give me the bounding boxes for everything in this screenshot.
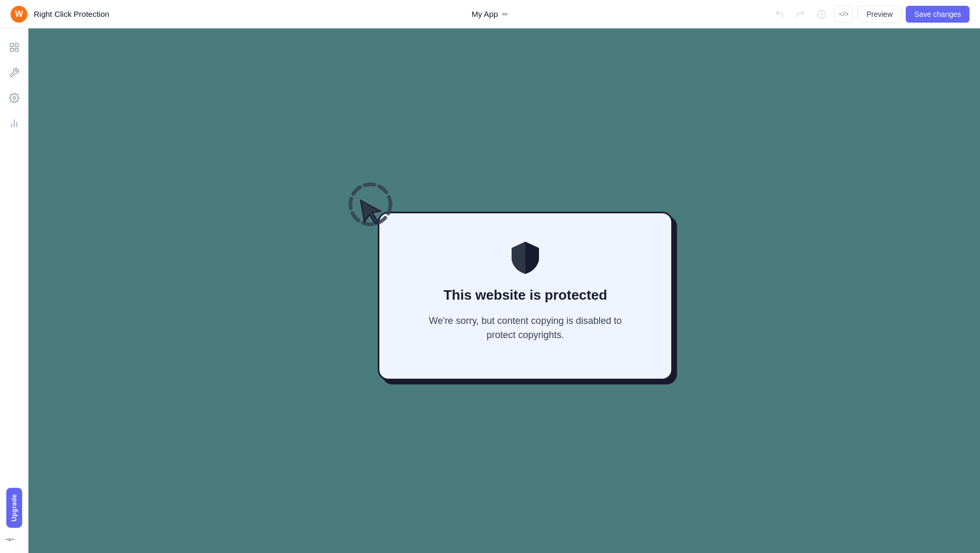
svg-rect-3 bbox=[10, 48, 13, 52]
cursor-arrow bbox=[358, 194, 391, 233]
sidebar-bottom: Upgrade ~≈~ bbox=[5, 488, 24, 545]
history-button[interactable] bbox=[813, 6, 830, 23]
svg-rect-4 bbox=[15, 48, 18, 52]
sidebar: Upgrade ~≈~ bbox=[0, 28, 28, 553]
app-logo: W bbox=[11, 6, 27, 23]
sidebar-item-settings[interactable] bbox=[4, 87, 25, 108]
undo-button[interactable] bbox=[771, 6, 788, 23]
redo-button[interactable] bbox=[792, 6, 809, 23]
preview-button[interactable]: Preview bbox=[857, 6, 901, 23]
sidebar-item-tools[interactable] bbox=[4, 62, 25, 83]
svg-text:~≈~: ~≈~ bbox=[5, 537, 14, 542]
app-title: Right Click Protection bbox=[34, 9, 109, 18]
save-button[interactable]: Save changes bbox=[906, 6, 969, 23]
popup-card: This website is protected We're sorry, b… bbox=[378, 212, 673, 380]
upgrade-button[interactable]: Upgrade bbox=[6, 488, 22, 528]
cursor-container bbox=[346, 180, 409, 249]
edit-icon[interactable]: ✏ bbox=[502, 10, 508, 18]
code-button[interactable]: </> bbox=[834, 6, 853, 23]
canvas-area: This website is protected We're sorry, b… bbox=[28, 28, 980, 553]
header-left: W Right Click Protection bbox=[11, 6, 109, 23]
popup-title: This website is protected bbox=[444, 287, 607, 303]
header-center: My App ✏ bbox=[472, 9, 508, 18]
sidebar-item-dashboard[interactable] bbox=[4, 37, 25, 58]
svg-rect-1 bbox=[10, 44, 13, 47]
main-layout: Upgrade ~≈~ bbox=[0, 28, 980, 553]
wix-logo: ~≈~ bbox=[5, 534, 24, 545]
popup-illustration: This website is protected We're sorry, b… bbox=[336, 180, 673, 401]
sidebar-item-analytics[interactable] bbox=[4, 113, 25, 134]
header: W Right Click Protection My App ✏ </> Pr… bbox=[0, 0, 980, 28]
popup-description: We're sorry, but content copying is disa… bbox=[425, 314, 625, 342]
svg-point-5 bbox=[13, 97, 15, 100]
header-right: </> Preview Save changes bbox=[771, 6, 969, 23]
center-app-name: My App bbox=[472, 9, 498, 18]
shield-icon bbox=[506, 239, 544, 276]
svg-rect-2 bbox=[15, 44, 18, 47]
